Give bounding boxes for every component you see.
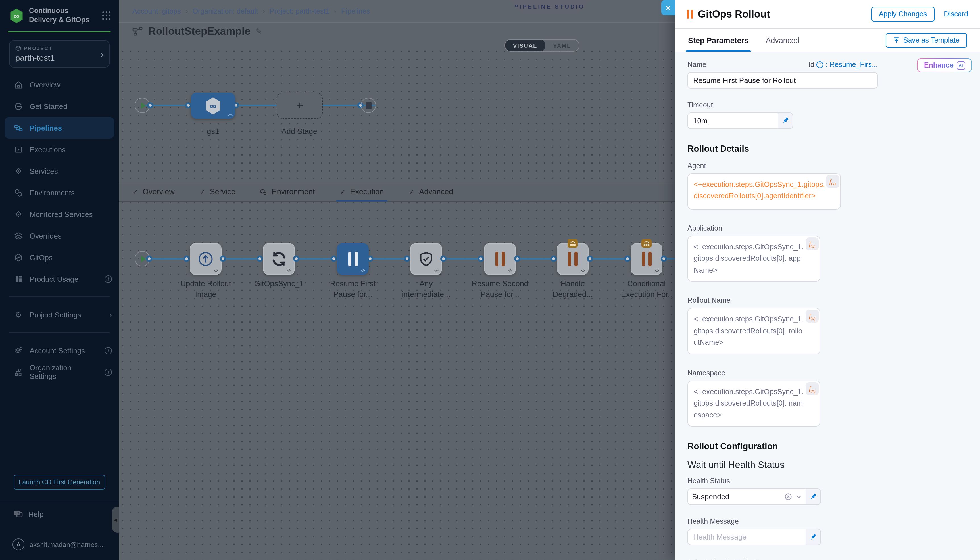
connector-port[interactable] — [220, 256, 226, 262]
connector-port[interactable] — [185, 102, 192, 108]
step-conditional-execution[interactable]: </> — [631, 243, 662, 275]
chevron-right-icon: › — [109, 310, 112, 319]
toggle-yaml[interactable]: YAML — [545, 39, 579, 52]
clear-icon[interactable] — [785, 493, 792, 500]
user-menu[interactable]: A akshit.madan@harnes... — [12, 538, 104, 550]
tab-environment[interactable]: Environment — [260, 182, 315, 201]
sidebar-item-services[interactable]: ⚙ Services — [0, 160, 119, 182]
step-label: GitOpsSync_1 — [239, 278, 319, 289]
input-type-selector[interactable] — [806, 529, 820, 545]
sidebar-item-account-settings[interactable]: Account Settings i — [0, 340, 119, 361]
sidebar-item-environments[interactable]: Environments — [0, 182, 119, 203]
rollout-name-field[interactable]: <+execution.steps.GitOpsSync_1.gitops.di… — [687, 308, 820, 354]
sync-icon — [270, 250, 287, 268]
connector-port[interactable] — [147, 102, 153, 108]
pipeline-title-row: RolloutStepExample ✎ — [132, 25, 262, 37]
sidebar-item-pipelines[interactable]: Pipelines — [5, 117, 114, 138]
breadcrumb-organization[interactable]: Organization: default — [193, 7, 258, 15]
tab-overview[interactable]: ✓ Overview — [132, 182, 175, 201]
sidebar-item-executions[interactable]: Executions — [0, 138, 119, 160]
sidebar-item-get-started[interactable]: Get Started — [0, 95, 119, 117]
step-id: Id i : Resume_Firs... — [808, 61, 878, 69]
timeout-input-type-selector[interactable] — [778, 113, 793, 128]
stage-node-gs1[interactable]: ∞ </> — [191, 93, 235, 119]
app-root: ∞ Continuous Delivery & GitOps PROJECT p… — [0, 0, 980, 560]
info-icon[interactable]: i — [105, 275, 112, 283]
tab-step-parameters[interactable]: Step Parameters — [688, 29, 748, 52]
save-as-template-button[interactable]: Save as Template — [886, 33, 967, 48]
sidebar-item-organization-settings[interactable]: Organization Settings i — [0, 361, 119, 383]
application-field[interactable]: <+execution.steps.GitOpsSync_1.gitops.di… — [687, 236, 820, 282]
expression-fx-button[interactable]: f(x) — [806, 310, 819, 323]
visual-yaml-toggle[interactable]: VISUAL YAML — [505, 39, 580, 52]
namespace-field[interactable]: <+execution.steps.GitOpsSync_1.gitops.di… — [687, 380, 820, 427]
agent-field[interactable]: <+execution.steps.GitOpsSync_1.gitops.di… — [687, 173, 841, 210]
step-gitops-sync[interactable]: </> — [263, 243, 295, 275]
svg-text:?: ? — [17, 512, 19, 515]
timeout-input[interactable] — [688, 113, 778, 128]
step-update-rollout-image[interactable]: </> — [190, 243, 222, 275]
connector-port[interactable] — [440, 256, 447, 262]
sidebar-item-monitored-services[interactable]: ⚙ Monitored Services — [0, 203, 119, 225]
step-handle-degraded[interactable]: </> — [557, 243, 588, 275]
enhance-ai-button[interactable]: Enhance AI — [917, 58, 972, 72]
step-resume-first-pause[interactable]: </> — [337, 243, 369, 275]
project-selector[interactable]: PROJECT parth-test1 › — [9, 41, 110, 68]
connector-port[interactable] — [550, 256, 557, 262]
chevron-right-icon: › — [185, 7, 188, 15]
connector-port[interactable] — [587, 256, 593, 262]
launch-cd-first-gen-button[interactable]: Launch CD First Generation — [13, 475, 105, 490]
connector-port[interactable] — [624, 256, 631, 262]
tab-execution[interactable]: ✓ Execution — [340, 182, 384, 201]
sidebar-item-overrides[interactable]: Overrides — [0, 225, 119, 247]
tab-advanced[interactable]: Advanced — [765, 29, 800, 52]
help-button[interactable]: ? Help — [13, 510, 44, 518]
connector-port[interactable] — [478, 256, 484, 262]
apply-changes-button[interactable]: Apply Changes — [872, 7, 935, 22]
sidebar-item-gitops[interactable]: GitOps — [0, 247, 119, 268]
info-icon[interactable]: i — [817, 61, 823, 68]
pipeline-title: RolloutStepExample — [148, 25, 250, 37]
tab-label: Execution — [350, 187, 384, 196]
expression-fx-button[interactable]: f(x) — [806, 237, 819, 250]
divider — [9, 332, 110, 333]
expression-fx-button[interactable]: f(x) — [826, 175, 839, 188]
input-type-selector[interactable] — [806, 489, 820, 504]
edit-pencil-icon[interactable]: ✎ — [256, 27, 262, 36]
toggle-visual[interactable]: VISUAL — [505, 39, 545, 52]
tab-service[interactable]: ✓ Service — [200, 182, 235, 201]
chevron-down-icon[interactable] — [796, 494, 802, 500]
step-any-intermediate[interactable]: </> — [410, 243, 442, 275]
health-status-select[interactable]: Suspended — [687, 488, 821, 505]
tab-advanced[interactable]: ✓ Advanced — [409, 182, 453, 201]
app-switcher-icon[interactable] — [102, 12, 111, 20]
breadcrumb-pipelines[interactable]: Pipelines — [341, 7, 370, 15]
health-message-input[interactable] — [688, 529, 806, 545]
connector-port[interactable] — [257, 256, 263, 262]
breadcrumb-account[interactable]: Account: gitops — [132, 7, 181, 15]
pin-icon — [810, 493, 817, 500]
connector-port[interactable] — [514, 256, 520, 262]
sidebar-collapse-handle[interactable]: ◀ — [112, 507, 119, 533]
connector-port[interactable] — [331, 256, 337, 262]
close-drawer-button[interactable]: × — [661, 0, 675, 15]
connector-port[interactable] — [293, 256, 299, 262]
connector-port[interactable] — [183, 256, 190, 262]
connector-port[interactable] — [367, 256, 373, 262]
sidebar-item-product-usage[interactable]: Product Usage i — [0, 268, 119, 290]
add-stage-button[interactable]: + — [277, 93, 323, 119]
step-resume-second-pause[interactable]: </> — [484, 243, 516, 275]
connector-port[interactable] — [404, 256, 410, 262]
name-input[interactable] — [687, 72, 878, 88]
sidebar-item-project-settings[interactable]: ⚙ Project Settings › — [0, 304, 119, 325]
rollout-name-expression: <+execution.steps.GitOpsSync_1.gitops.di… — [694, 315, 803, 347]
discard-button[interactable]: Discard — [944, 10, 968, 18]
connector-port[interactable] — [146, 256, 152, 262]
gitops-icon — [13, 252, 23, 262]
expression-fx-button[interactable]: f(x) — [806, 382, 819, 395]
info-icon[interactable]: i — [105, 368, 112, 376]
breadcrumb-project[interactable]: Project: parth-test1 — [270, 7, 330, 15]
info-icon[interactable]: i — [105, 347, 112, 354]
connector-port[interactable] — [661, 256, 667, 262]
sidebar-item-overview[interactable]: Overview — [0, 74, 119, 95]
